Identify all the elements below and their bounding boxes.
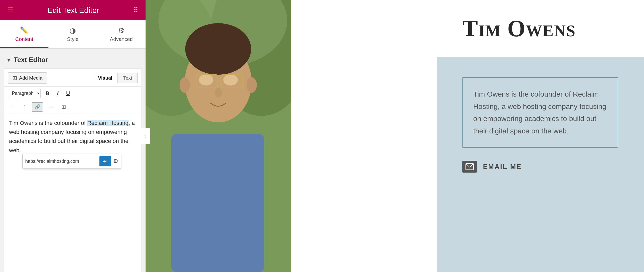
tabs-bar: ✏️ Content ◑ Style ⚙ Advanced [0, 20, 146, 49]
section-header: ▾ Text Editor [0, 49, 146, 69]
link-button[interactable]: 🔗 [32, 102, 43, 112]
visual-tab[interactable]: Visual [93, 73, 118, 83]
editor-toolbar-top: ⊞ Add Media Visual Text [4, 69, 141, 87]
grid-icon[interactable]: ⠿ [133, 6, 138, 14]
add-media-label: Add Media [19, 75, 43, 81]
editor-area: ⊞ Add Media Visual Text Paragraph B I U … [4, 69, 141, 272]
visual-text-tabs: Visual Text [93, 73, 138, 83]
white-section: Tim Owens [437, 0, 644, 57]
editor-content[interactable]: Tim Owens is the cofounder of Reclaim Ho… [4, 114, 141, 155]
style-icon: ◑ [70, 26, 76, 35]
top-bar: ☰ Edit Text Editor ⠿ [0, 0, 146, 20]
tab-style[interactable]: ◑ Style [48, 20, 97, 48]
unordered-list-button[interactable]: ≡ [8, 103, 17, 111]
link-popup: ↵ ⚙ [22, 154, 121, 169]
page-title: Edit Text Editor [47, 6, 99, 15]
tab-advanced-label: Advanced [110, 36, 133, 42]
tab-style-label: Style [67, 36, 78, 42]
panel-collapse-handle[interactable]: ‹ [141, 128, 150, 144]
bio-text-box: Tim Owens is the cofounder of Reclaim Ho… [462, 77, 618, 148]
hamburger-icon[interactable]: ☰ [7, 6, 13, 14]
blue-section: Tim Owens is the cofounder of Reclaim Ho… [437, 57, 644, 272]
editor-toolbar-format: Paragraph B I U [4, 87, 141, 100]
email-icon-box[interactable] [462, 161, 477, 173]
more-button[interactable]: ⋯ [45, 102, 56, 112]
main-content: Tim Owens Tim Owens is the cofounder of … [437, 0, 644, 272]
email-icon [465, 163, 474, 170]
italic-button[interactable]: I [54, 89, 61, 98]
paragraph-select[interactable]: Paragraph [8, 89, 41, 98]
email-label[interactable]: Email Me [483, 163, 522, 171]
content-icon: ✏️ [20, 26, 29, 35]
hero-photo [146, 0, 291, 272]
editor-highlighted-text[interactable]: Reclaim Hosting [87, 120, 129, 126]
collapse-arrow-icon[interactable]: ▾ [7, 57, 10, 63]
svg-point-8 [223, 74, 238, 86]
editor-text-before: Tim Owens is the cofounder of [9, 120, 87, 126]
advanced-icon: ⚙ [118, 26, 124, 35]
svg-point-7 [199, 74, 213, 86]
svg-point-12 [215, 88, 222, 97]
tab-content[interactable]: ✏️ Content [0, 20, 48, 48]
svg-point-13 [180, 77, 190, 93]
editor-toolbar-list: ≡ ⋮ 🔗 ⋯ ⊞ [4, 100, 141, 114]
svg-rect-6 [171, 134, 264, 272]
text-tab[interactable]: Text [118, 73, 138, 83]
person-name-heading: Tim Owens [462, 15, 576, 42]
section-title: Text Editor [14, 56, 48, 64]
bold-button[interactable]: B [43, 89, 52, 98]
link-confirm-button[interactable]: ↵ [99, 156, 111, 166]
person-photo-svg [146, 0, 291, 272]
add-media-button[interactable]: ⊞ Add Media [8, 72, 47, 84]
tab-content-label: Content [15, 36, 33, 42]
svg-point-5 [185, 23, 251, 75]
link-url-input[interactable] [25, 159, 97, 164]
underline-button[interactable]: U [63, 89, 73, 98]
left-panel: ☰ Edit Text Editor ⠿ ✏️ Content ◑ Style … [0, 0, 146, 272]
link-settings-button[interactable]: ⚙ [113, 158, 118, 165]
bio-text: Tim Owens is the cofounder of Reclaim Ho… [473, 90, 606, 135]
email-row: Email Me [462, 161, 618, 173]
svg-point-14 [247, 77, 257, 93]
table-button[interactable]: ⊞ [58, 102, 69, 112]
add-media-icon: ⊞ [12, 75, 17, 81]
ordered-list-button[interactable]: ⋮ [19, 103, 30, 111]
tab-advanced[interactable]: ⚙ Advanced [97, 20, 146, 48]
